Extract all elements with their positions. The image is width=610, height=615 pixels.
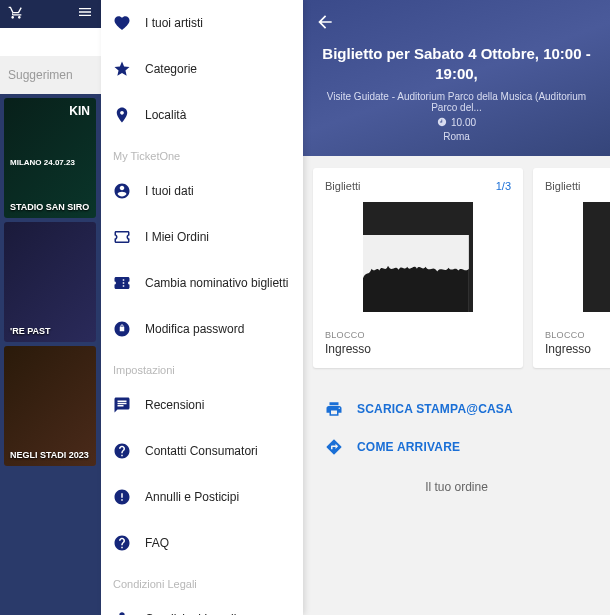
sidebar-item-label: Contatti Consumatori xyxy=(145,444,258,458)
card-count: 1/3 xyxy=(496,180,511,192)
block-value: Ingresso xyxy=(325,342,511,356)
download-print-button[interactable]: SCARICA STAMPA@CASA xyxy=(319,390,594,428)
directions-icon xyxy=(325,438,343,456)
topbar xyxy=(0,0,101,28)
section-label-legal: Condizioni Legali xyxy=(101,566,303,596)
ticket-cards: Biglietti 1/3 BLOCCO Ingresso Biglietti … xyxy=(303,156,610,380)
block-value: Ingresso xyxy=(545,342,610,356)
detail-time: 10.00 xyxy=(315,117,598,128)
sidebar-item-password[interactable]: Modifica password xyxy=(101,306,303,352)
star-icon xyxy=(113,60,131,78)
sidebar-item-label: Categorie xyxy=(145,62,197,76)
alert-icon xyxy=(113,488,131,506)
cart-icon[interactable] xyxy=(8,4,24,24)
sidebar-item-label: Annulli e Posticipi xyxy=(145,490,239,504)
block-label: BLOCCO xyxy=(325,330,511,340)
ticket-icon xyxy=(113,228,131,246)
clock-icon xyxy=(437,117,447,127)
account-icon xyxy=(113,182,131,200)
section-label-settings: Impostazioni xyxy=(101,352,303,382)
detail-actions: SCARICA STAMPA@CASA COME ARRIVARE xyxy=(303,380,610,470)
sidebar-item-locations[interactable]: Località xyxy=(101,92,303,138)
section-icon xyxy=(113,610,131,615)
help-icon xyxy=(113,534,131,552)
event-thumb[interactable]: NEGLI STADI 2023 xyxy=(4,346,96,466)
ticket-card[interactable]: Biglietti 1/3 BLOCCO Ingresso xyxy=(313,168,523,368)
help-icon xyxy=(113,442,131,460)
back-button[interactable] xyxy=(315,8,598,44)
sidebar-item-label: FAQ xyxy=(145,536,169,550)
sidebar-item-categories[interactable]: Categorie xyxy=(101,46,303,92)
crowd-icon xyxy=(363,235,469,312)
sidebar-item-label: Modifica password xyxy=(145,322,244,336)
location-icon xyxy=(113,106,131,124)
sidebar-item-reviews[interactable]: Recensioni xyxy=(101,382,303,428)
ticket-image xyxy=(583,202,610,312)
search-input[interactable] xyxy=(0,28,101,56)
directions-button[interactable]: COME ARRIVARE xyxy=(319,428,594,466)
sidebar-item-label: I Miei Ordini xyxy=(145,230,209,244)
menu-icon[interactable] xyxy=(77,4,93,24)
sidebar-item-changename[interactable]: Cambia nominativo biglietti xyxy=(101,260,303,306)
sidebar-item-faq[interactable]: FAQ xyxy=(101,520,303,566)
card-head-label: Biglietti xyxy=(545,180,580,192)
event-thumb[interactable]: KIN MILANO 24.07.23 STADIO SAN SIRO xyxy=(4,98,96,218)
sidebar-item-label: Cambia nominativo biglietti xyxy=(145,276,288,290)
lock-icon xyxy=(113,320,131,338)
sidebar-item-label: I tuoi dati xyxy=(145,184,194,198)
suggestions-label: Suggerimen xyxy=(0,56,101,94)
arrow-left-icon xyxy=(315,12,335,32)
detail-subtitle: Visite Guidate - Auditorium Parco della … xyxy=(315,91,598,113)
sidebar-item-orders[interactable]: I Miei Ordini xyxy=(101,214,303,260)
sidebar-item-cancellations[interactable]: Annulli e Posticipi xyxy=(101,474,303,520)
ticket-detail: Biglietto per Sabato 4 Ottobre, 10:00 - … xyxy=(303,0,610,615)
card-head-label: Biglietti xyxy=(325,180,360,192)
chat-icon xyxy=(113,396,131,414)
sidebar-item-contacts[interactable]: Contatti Consumatori xyxy=(101,428,303,474)
section-label-myticketone: My TicketOne xyxy=(101,138,303,168)
block-label: BLOCCO xyxy=(545,330,610,340)
sidebar-item-label: I tuoi artisti xyxy=(145,16,203,30)
event-thumb[interactable]: 'RE PAST xyxy=(4,222,96,342)
sidebar-item-label: Recensioni xyxy=(145,398,204,412)
detail-city: Roma xyxy=(315,131,598,142)
ticket-card[interactable]: Biglietti BLOCCO Ingresso xyxy=(533,168,610,368)
order-label: Il tuo ordine xyxy=(303,470,610,504)
app-background: Suggerimen KIN MILANO 24.07.23 STADIO SA… xyxy=(0,0,101,615)
detail-title: Biglietto per Sabato 4 Ottobre, 10:00 - … xyxy=(315,44,598,85)
print-icon xyxy=(325,400,343,418)
nav-drawer: I tuoi artisti Categorie Località My Tic… xyxy=(101,0,303,615)
ticket-image xyxy=(363,202,473,312)
tickets-icon xyxy=(113,274,131,292)
sidebar-item-legal[interactable]: Condizioni Legali xyxy=(101,596,303,615)
heart-icon xyxy=(113,14,131,32)
sidebar-item-artists[interactable]: I tuoi artisti xyxy=(101,0,303,46)
detail-header: Biglietto per Sabato 4 Ottobre, 10:00 - … xyxy=(303,0,610,156)
sidebar-item-label: Località xyxy=(145,108,186,122)
sidebar-item-mydata[interactable]: I tuoi dati xyxy=(101,168,303,214)
